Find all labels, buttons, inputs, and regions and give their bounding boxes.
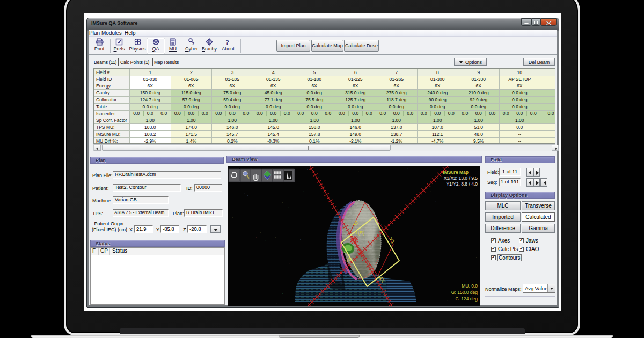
svg-text:IMSure Map: IMSure Map [443, 170, 469, 175]
svg-text:MU: 0.0: MU: 0.0 [462, 283, 478, 289]
svg-text:Y1/Y2: 8.8 / 4.0: Y1/Y2: 8.8 / 4.0 [446, 181, 478, 187]
svg-text:G: 150.0 deg: G: 150.0 deg [451, 290, 478, 295]
svg-text:X1/X2: 13.0 / 9.5: X1/X2: 13.0 / 9.5 [444, 175, 478, 181]
svg-text:C: 124 deg: C: 124 deg [455, 296, 478, 302]
svg-text:2: 2 [192, 41, 195, 46]
svg-text:1(R): 1(R) [355, 230, 365, 236]
svg-text:?: ? [226, 38, 230, 46]
